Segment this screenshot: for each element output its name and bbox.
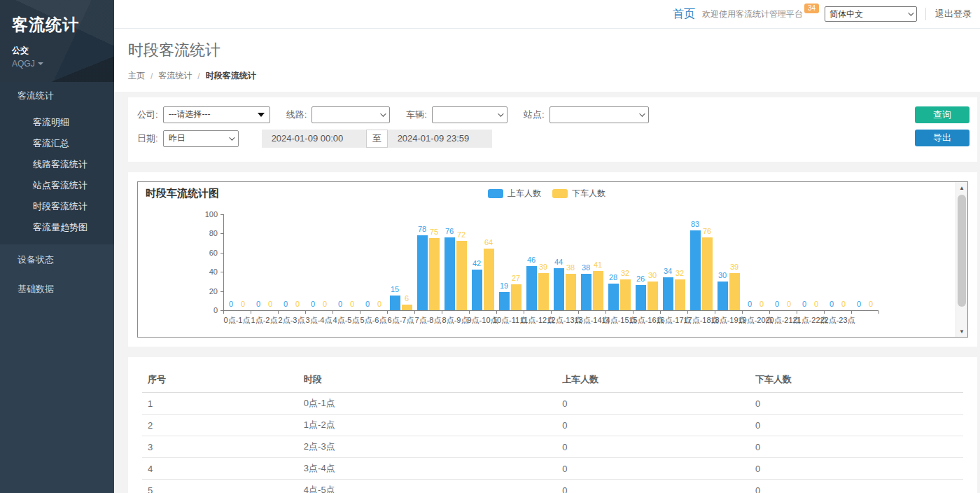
sidebar-subitem-0-4[interactable]: 时段客流统计 [0, 196, 114, 217]
company-select[interactable]: ---请选择--- [163, 106, 270, 123]
legend-item-1[interactable]: 下车人数 [552, 188, 606, 200]
bar-s1-9 [484, 249, 494, 310]
bar-value-s1-9: 64 [476, 238, 501, 246]
table-cell-1-1: 1点-2点 [298, 415, 556, 436]
x-tick-mark [551, 311, 552, 314]
bar-s1-16 [675, 279, 685, 310]
date-preset-select[interactable]: 昨日 [163, 130, 239, 147]
table-cell-0-2: 0 [556, 393, 750, 415]
sidebar-subitem-0-2[interactable]: 线路客流统计 [0, 154, 114, 175]
y-tick-mark [220, 272, 223, 272]
y-tick-label: 60 [192, 249, 218, 257]
table-header-2: 上车人数 [556, 367, 750, 393]
date-from-input[interactable]: 2024-01-09 00:00 [262, 130, 366, 148]
scroll-up-icon[interactable]: ▲ [956, 182, 967, 193]
table-panel: 序号时段上车人数下车人数 10点-1点0021点-2点0032点-3点0043点… [128, 357, 977, 493]
home-link[interactable]: 首页 [673, 7, 695, 22]
breadcrumb-separator: / [150, 71, 153, 81]
brand-title: 客流统计 [12, 14, 114, 36]
filter-row-1: 公司: ---请选择--- 线路: 车辆: 站点: [137, 106, 969, 123]
brand-panel: 客流统计 公交 AQGJ [0, 0, 114, 82]
sidebar-subitem-0-1[interactable]: 客流汇总 [0, 133, 114, 154]
topbar: 首页 欢迎使用客流统计管理平台 34 简体中文 退出登录 [114, 0, 980, 29]
table-header-0: 序号 [142, 367, 298, 393]
page-header: 时段客流统计 主页/客流统计/时段客流统计 [114, 29, 980, 92]
x-tick-mark [660, 311, 661, 314]
chart-legend: 上车人数下车人数 [138, 188, 955, 200]
table-cell-2-0: 3 [142, 436, 298, 458]
legend-label-1: 下车人数 [572, 188, 606, 200]
x-tick-mark [578, 311, 579, 314]
x-tick-mark [223, 311, 224, 314]
sidebar-item-2[interactable]: 基础数据 [0, 275, 114, 303]
scroll-down-icon[interactable]: ▼ [956, 326, 967, 337]
station-select[interactable] [550, 106, 649, 123]
notification-badge[interactable]: 34 [804, 4, 819, 13]
table-cell-2-1: 2点-3点 [298, 436, 556, 458]
line-select[interactable] [312, 106, 390, 123]
sidebar-subitem-0-0[interactable]: 客流明细 [0, 112, 114, 133]
x-tick-mark [305, 311, 306, 314]
y-tick-mark [220, 253, 223, 254]
filter-actions: 查询 导出 [915, 106, 969, 146]
table-header-row: 序号时段上车人数下车人数 [142, 367, 963, 393]
company-label: 公司: [137, 109, 158, 121]
table-header-3: 下车人数 [750, 367, 963, 393]
chevron-down-icon [908, 10, 913, 15]
chart-scrollbar[interactable]: ▲ ▼ [955, 182, 967, 337]
sidebar-item-0[interactable]: 客流统计 [0, 82, 114, 110]
breadcrumb-item-1[interactable]: 客流统计 [158, 70, 192, 82]
bar-s1-6 [402, 305, 412, 310]
x-tick-mark [797, 311, 797, 314]
query-button[interactable]: 查询 [915, 106, 969, 123]
sidebar-subitem-0-5[interactable]: 客流量趋势图 [0, 217, 114, 238]
vehicle-select[interactable] [432, 106, 507, 123]
table-cell-2-2: 0 [556, 436, 750, 458]
breadcrumb-item-0[interactable]: 主页 [128, 70, 145, 82]
caret-down-icon [38, 62, 43, 65]
scrollbar-thumb[interactable] [958, 195, 966, 307]
bar-s1-10 [511, 284, 522, 310]
vehicle-label: 车辆: [406, 109, 427, 121]
bar-value-s1-10: 27 [503, 274, 528, 282]
legend-item-0[interactable]: 上车人数 [488, 188, 541, 200]
page-title: 时段客流统计 [128, 40, 966, 61]
table-cell-3-1: 3点-4点 [298, 458, 556, 480]
legend-label-0: 上车人数 [507, 188, 541, 200]
bar-s0-17 [690, 230, 701, 310]
logout-link[interactable]: 退出登录 [925, 8, 972, 20]
bar-s0-7 [417, 235, 428, 310]
table-cell-1-2: 0 [556, 415, 750, 436]
y-tick-label: 40 [192, 268, 218, 276]
y-tick-label: 0 [192, 306, 218, 314]
table-cell-0-1: 0点-1点 [298, 393, 556, 415]
export-button[interactable]: 导出 [915, 130, 969, 146]
bar-s0-14 [608, 284, 619, 310]
triangle-down-icon [258, 113, 265, 117]
language-select-value: 简体中文 [830, 8, 863, 20]
bar-s0-13 [581, 274, 592, 310]
x-tick-label-22: 22点-23点 [813, 315, 863, 326]
table-row-3: 43点-4点00 [142, 458, 963, 480]
language-select[interactable]: 简体中文 [825, 6, 917, 22]
sidebar-item-1[interactable]: 设备状态 [0, 246, 114, 274]
y-tick-label: 20 [192, 287, 218, 296]
sidebar-submenu-0: 客流明细客流汇总线路客流统计站点客流统计时段客流统计客流量趋势图 [0, 110, 114, 244]
org-code-label: AQGJ [12, 59, 35, 69]
bar-s1-11 [538, 273, 549, 310]
bar-s0-10 [499, 292, 510, 310]
breadcrumb-item-2: 时段客流统计 [206, 70, 256, 82]
org-code-dropdown[interactable]: AQGJ [12, 59, 114, 69]
table-cell-0-0: 1 [142, 393, 298, 415]
date-range-separator: 至 [366, 130, 388, 148]
sidebar-subitem-0-3[interactable]: 站点客流统计 [0, 175, 114, 196]
bar-value-s1-5: 0 [367, 300, 392, 308]
date-preset-value: 昨日 [169, 132, 186, 144]
table-row-2: 32点-3点00 [142, 436, 963, 458]
x-tick-mark [769, 311, 770, 314]
date-label: 日期: [137, 132, 158, 145]
date-to-input[interactable]: 2024-01-09 23:59 [388, 130, 492, 148]
x-tick-mark [496, 311, 497, 314]
bar-s1-8 [456, 241, 467, 310]
table-cell-4-0: 5 [142, 480, 298, 493]
